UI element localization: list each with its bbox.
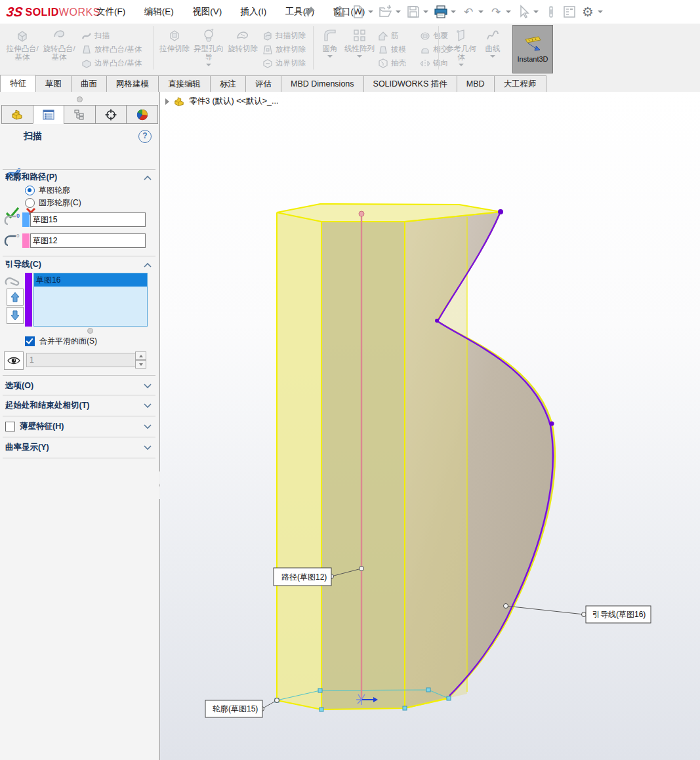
radio-sketch-profile[interactable]: 草图轮廓	[25, 185, 70, 196]
graphics-viewport[interactable]: 零件3 (默认) <<默认>_...	[160, 92, 700, 760]
ribbon-button-rib[interactable]: 筋	[378, 29, 419, 43]
ribbon-button-loft-boss[interactable]: 放样凸台/基体	[81, 43, 157, 56]
section-curvature-display[interactable]: 曲率显示(Y)	[5, 442, 49, 453]
list-resize-grip[interactable]	[87, 328, 93, 334]
tab-sketch[interactable]: 草图	[35, 75, 72, 92]
ribbon-button-reference-geometry[interactable]: 参考几何体	[443, 25, 479, 73]
tab-direct-editing[interactable]: 直接编辑	[158, 75, 211, 92]
ribbon-button-hole-wizard[interactable]: 异型孔向导	[192, 25, 226, 73]
new-file-caret-icon[interactable]	[368, 10, 373, 13]
ribbon-button-extrude-boss[interactable]: 拉伸凸台/基体	[4, 25, 41, 73]
redo-button[interactable]: ↷	[487, 3, 514, 21]
tab-display-manager[interactable]	[126, 105, 158, 124]
ribbon-button-swept-cut[interactable]: 扫描切除	[262, 29, 319, 43]
tab-solidworks-addins[interactable]: SOLIDWORKS 插件	[363, 75, 457, 92]
spin-up-icon[interactable]	[135, 351, 146, 360]
tab-feature-tree[interactable]	[1, 105, 33, 124]
section-profile-path[interactable]: 轮廓和路径(P)	[5, 172, 57, 183]
menu-insert[interactable]: 插入(I)	[233, 0, 275, 23]
collapse-chevron-icon[interactable]	[144, 175, 152, 180]
select-button[interactable]	[515, 3, 541, 21]
hole-wizard-caret-icon[interactable]	[206, 64, 211, 66]
ribbon-button-draft[interactable]: 拔模	[378, 43, 419, 56]
help-button[interactable]: ?	[138, 130, 152, 143]
guide-point-marker[interactable]	[435, 319, 439, 323]
ribbon-button-sweep[interactable]: 扫描	[81, 29, 157, 43]
profile-prism-left-face[interactable]	[277, 212, 321, 710]
open-file-button[interactable]	[377, 3, 403, 21]
ribbon-button-fillet[interactable]: 圆角	[316, 25, 344, 73]
linear-pattern-caret-icon[interactable]	[357, 55, 362, 58]
curves-caret-icon[interactable]	[490, 55, 495, 58]
guide-point-marker[interactable]	[550, 422, 554, 426]
tab-da-gongchengshi[interactable]: 大工程师	[494, 75, 546, 92]
show-sections-button[interactable]	[4, 351, 24, 370]
ribbon-button-shell[interactable]: 抽壳	[378, 56, 419, 70]
section-start-end-tangency[interactable]: 起始处和结束处相切(T)	[5, 400, 89, 411]
tab-features[interactable]: 特征	[0, 75, 36, 92]
ribbon-button-curves[interactable]: 曲线	[479, 25, 506, 73]
save-caret-icon[interactable]	[423, 10, 428, 13]
select-caret-icon[interactable]	[533, 10, 539, 13]
section-number-field[interactable]	[26, 353, 140, 367]
pin-menu-icon[interactable]	[303, 5, 316, 18]
tab-property-manager[interactable]	[33, 105, 65, 124]
tab-annotate[interactable]: 标注	[210, 75, 246, 92]
undo-button[interactable]: ↶	[460, 3, 486, 21]
ribbon-button-extruded-cut[interactable]: 拉伸切除	[157, 25, 192, 73]
collapse-chevron-icon[interactable]	[144, 262, 152, 268]
redo-caret-icon[interactable]	[506, 10, 511, 13]
reference-geometry-caret-icon[interactable]	[459, 64, 464, 66]
expand-chevron-icon[interactable]	[144, 384, 152, 389]
ribbon-button-lofted-cut[interactable]: 放样切除	[262, 43, 319, 56]
ribbon-button-revolve-boss[interactable]: 旋转凸台/基体	[41, 25, 77, 73]
tab-evaluate[interactable]: 评估	[245, 75, 281, 92]
section-options[interactable]: 选项(O)	[5, 380, 33, 391]
callout-profile[interactable]: 轮廓(草图15)	[205, 698, 279, 718]
ribbon-button-boundary-boss[interactable]: 边界凸台/基体	[81, 56, 157, 70]
guide-list-item-selected[interactable]: 草图16	[34, 273, 147, 287]
tab-configuration-manager[interactable]	[64, 105, 96, 124]
undo-caret-icon[interactable]	[478, 10, 484, 13]
instant3d-toggle[interactable]: Instant3D	[512, 25, 553, 73]
thin-feature-checkbox[interactable]: 薄壁特征(H)	[5, 421, 64, 432]
open-file-caret-icon[interactable]	[396, 10, 401, 13]
profile-prism-right-face[interactable]	[405, 217, 467, 708]
fillet-caret-icon[interactable]	[327, 55, 333, 58]
ribbon-button-linear-pattern[interactable]: 线性阵列	[344, 25, 375, 73]
magnet-button[interactable]	[543, 3, 560, 21]
merge-smooth-faces-checkbox[interactable]: 合并平滑的面(S)	[25, 336, 97, 347]
guide-endpoint-marker[interactable]	[498, 209, 503, 214]
path-input[interactable]	[30, 233, 146, 248]
options-button[interactable]: ⚙	[579, 3, 606, 21]
callout-guide-curve[interactable]: 引导线(草图16)	[504, 604, 651, 624]
home-button[interactable]	[331, 3, 348, 21]
expand-chevron-icon[interactable]	[144, 403, 152, 409]
spin-down-icon[interactable]	[135, 360, 146, 369]
new-file-button[interactable]	[350, 3, 376, 21]
radio-circular-profile[interactable]: 圆形轮廓(C)	[25, 197, 81, 209]
menu-file[interactable]: 文件(F)	[89, 0, 133, 23]
options-caret-icon[interactable]	[598, 10, 603, 13]
section-guide-curves[interactable]: 引导线(C)	[5, 259, 41, 270]
tab-dimxpert[interactable]	[95, 105, 127, 124]
tab-mesh-modeling[interactable]: 网格建模	[106, 75, 159, 92]
move-down-button[interactable]	[7, 307, 24, 324]
print-caret-icon[interactable]	[451, 10, 456, 13]
expand-chevron-icon[interactable]	[144, 445, 152, 450]
menu-view[interactable]: 视图(V)	[184, 0, 230, 23]
menu-edit[interactable]: 编辑(E)	[136, 0, 182, 23]
section-number-spinner[interactable]	[135, 351, 146, 369]
ribbon-button-revolved-cut[interactable]: 旋转切除	[226, 25, 260, 73]
panel-resize-grip[interactable]	[77, 96, 83, 102]
profile-prism-mid-face[interactable]	[321, 222, 405, 710]
tab-surfaces[interactable]: 曲面	[71, 75, 107, 92]
task-pane-button[interactable]	[561, 3, 578, 21]
path-endpoint-marker[interactable]	[359, 211, 364, 216]
print-button[interactable]	[432, 3, 459, 21]
save-button[interactable]	[405, 3, 431, 21]
tab-mbd[interactable]: MBD	[457, 75, 495, 92]
profile-input[interactable]	[30, 212, 146, 227]
move-up-button[interactable]	[7, 289, 24, 306]
tab-mbd-dimensions[interactable]: MBD Dimensions	[281, 75, 364, 92]
